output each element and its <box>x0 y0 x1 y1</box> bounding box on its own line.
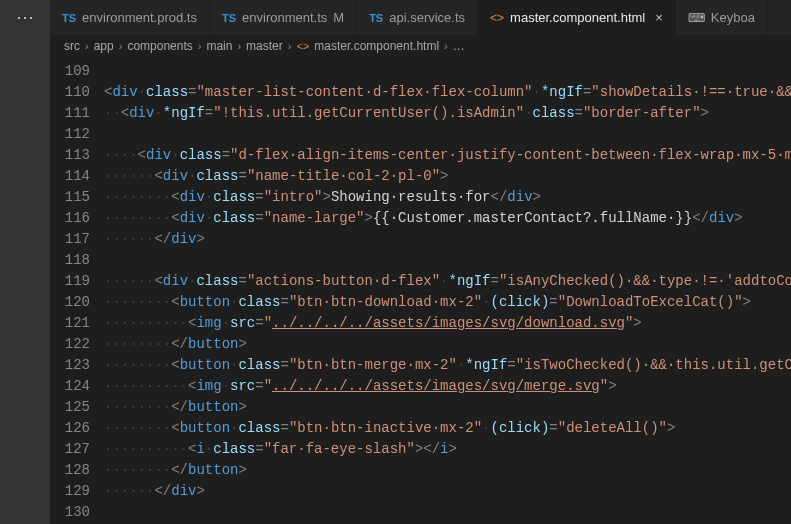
typescript-icon: TS <box>222 12 236 24</box>
code-line[interactable]: ······<div·class="name-title·col-2·pl-0"… <box>104 166 791 187</box>
editor-root: ⋯ TS environment.prod.ts TS environment.… <box>0 0 791 524</box>
activity-bar: ⋯ <box>0 0 50 524</box>
line-number: 115 <box>50 187 90 208</box>
code-line[interactable]: ········<button·class="btn·btn-merge·mx-… <box>104 355 791 376</box>
close-icon[interactable]: × <box>655 10 663 25</box>
chevron-right-icon: › <box>85 40 89 52</box>
code-line[interactable] <box>104 502 791 523</box>
line-number: 117 <box>50 229 90 250</box>
line-number: 112 <box>50 124 90 145</box>
tab-label: Keyboa <box>711 10 755 25</box>
breadcrumb-segment[interactable]: src <box>64 39 80 53</box>
line-number: 121 <box>50 313 90 334</box>
line-number: 119 <box>50 271 90 292</box>
tab-keyboard[interactable]: ⌨ Keyboa <box>676 0 768 35</box>
code-line[interactable] <box>104 250 791 271</box>
code-line[interactable]: ··<div·*ngIf="!this.util.getCurrentUser(… <box>104 103 791 124</box>
modified-indicator: M <box>333 10 344 25</box>
breadcrumb-file[interactable]: master.component.html <box>314 39 439 53</box>
line-number-gutter: 1091101111121131141151161171181191201211… <box>50 57 104 524</box>
tab-api-service[interactable]: TS api.service.ts <box>357 0 478 35</box>
code-area[interactable]: <div·class="master-list-content·d-flex·f… <box>104 57 791 524</box>
code-line[interactable]: ····<div·class="d-flex·align-items-cente… <box>104 145 791 166</box>
line-number: 125 <box>50 397 90 418</box>
code-line[interactable]: ········<button·class="btn·btn-inactive·… <box>104 418 791 439</box>
line-number: 130 <box>50 502 90 523</box>
html-icon: <> <box>490 11 504 25</box>
tab-bar: TS environment.prod.ts TS environment.ts… <box>50 0 791 35</box>
line-number: 123 <box>50 355 90 376</box>
code-editor[interactable]: 1091101111121131141151161171181191201211… <box>50 57 791 524</box>
html-icon: <> <box>296 40 309 52</box>
chevron-right-icon: › <box>444 40 448 52</box>
line-number: 114 <box>50 166 90 187</box>
line-number: 109 <box>50 61 90 82</box>
breadcrumb[interactable]: src › app › components › main › master ›… <box>50 35 791 57</box>
code-line[interactable]: ······<div·class="actions-button·d-flex"… <box>104 271 791 292</box>
code-line[interactable]: ··········<i·class="far·fa-eye-slash"></… <box>104 439 791 460</box>
line-number: 116 <box>50 208 90 229</box>
code-line[interactable]: ········</button> <box>104 397 791 418</box>
line-number: 118 <box>50 250 90 271</box>
more-actions-icon[interactable]: ⋯ <box>16 6 34 28</box>
tab-environment[interactable]: TS environment.ts M <box>210 0 357 35</box>
tab-label: environment.prod.ts <box>82 10 197 25</box>
chevron-right-icon: › <box>119 40 123 52</box>
tab-label: environment.ts <box>242 10 327 25</box>
breadcrumb-segment[interactable]: master <box>246 39 283 53</box>
code-line[interactable]: ········<div·class="intro">Showing·resul… <box>104 187 791 208</box>
code-line[interactable] <box>104 61 791 82</box>
line-number: 110 <box>50 82 90 103</box>
tab-label: api.service.ts <box>389 10 465 25</box>
code-line[interactable]: ······</div> <box>104 481 791 502</box>
chevron-right-icon: › <box>198 40 202 52</box>
typescript-icon: TS <box>62 12 76 24</box>
keyboard-icon: ⌨ <box>688 11 705 25</box>
code-line[interactable]: ········</button> <box>104 334 791 355</box>
line-number: 124 <box>50 376 90 397</box>
tab-master-component[interactable]: <> master.component.html × <box>478 0 676 35</box>
editor-column: TS environment.prod.ts TS environment.ts… <box>50 0 791 524</box>
line-number: 128 <box>50 460 90 481</box>
breadcrumb-segment[interactable]: components <box>127 39 192 53</box>
chevron-right-icon: › <box>237 40 241 52</box>
code-line[interactable] <box>104 124 791 145</box>
code-line[interactable]: ········<button·class="btn·btn-download·… <box>104 292 791 313</box>
code-line[interactable]: ··········<img·src="../../../../assets/i… <box>104 313 791 334</box>
line-number: 113 <box>50 145 90 166</box>
code-line[interactable]: <div·class="master-list-content·d-flex·f… <box>104 82 791 103</box>
breadcrumb-tail[interactable]: … <box>453 39 465 53</box>
line-number: 126 <box>50 418 90 439</box>
breadcrumb-segment[interactable]: main <box>206 39 232 53</box>
line-number: 129 <box>50 481 90 502</box>
line-number: 120 <box>50 292 90 313</box>
chevron-right-icon: › <box>288 40 292 52</box>
code-line[interactable]: ······</div> <box>104 229 791 250</box>
breadcrumb-segment[interactable]: app <box>94 39 114 53</box>
tab-environment-prod[interactable]: TS environment.prod.ts <box>50 0 210 35</box>
line-number: 122 <box>50 334 90 355</box>
line-number: 111 <box>50 103 90 124</box>
typescript-icon: TS <box>369 12 383 24</box>
code-line[interactable]: ········</button> <box>104 460 791 481</box>
tab-label: master.component.html <box>510 10 645 25</box>
code-line[interactable]: ········<div·class="name-large">{{·Custo… <box>104 208 791 229</box>
line-number: 127 <box>50 439 90 460</box>
code-line[interactable]: ··········<img·src="../../../../assets/i… <box>104 376 791 397</box>
